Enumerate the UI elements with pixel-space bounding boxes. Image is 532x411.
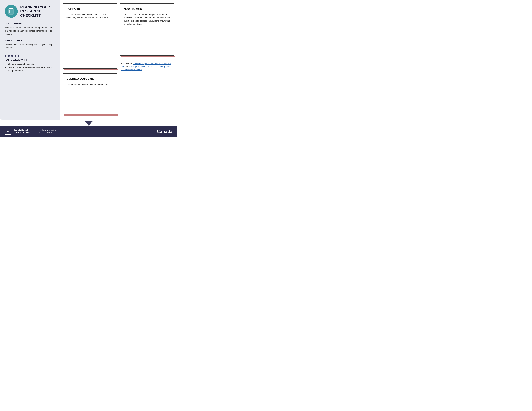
checklist-icon <box>5 5 18 18</box>
pairs-well-section: PAIRS WELL WITH Choice of research metho… <box>5 58 55 73</box>
title-line1: PLANNING YOUR <box>20 5 50 9</box>
checklist-svg <box>7 7 15 15</box>
how-to-use-text: As you develop your research plan, refer… <box>124 13 171 26</box>
how-to-use-card-shadow <box>121 56 175 57</box>
purpose-card: PURPOSE The checklist can be used to inc… <box>63 3 117 69</box>
right-area: PURPOSE The checklist can be used to inc… <box>60 0 177 120</box>
attribution-prefix: Adapted from <box>121 63 133 65</box>
pairs-list: Choice of research methods Best practice… <box>5 62 55 73</box>
desired-outcome-card: DESIRED OUTCOME The structured, well-org… <box>63 74 117 114</box>
attribution-mid: and <box>124 65 129 68</box>
footer-org-fr-line1: École de la fonction <box>39 129 56 131</box>
footer-org-en-line2: of Public Service <box>14 131 29 134</box>
pairs-item-2: Best practices for protecting participan… <box>8 65 55 73</box>
dot-1 <box>5 55 6 57</box>
footer-divider <box>34 128 34 135</box>
sidebar-header: PLANNING YOUR RESEARCH: CHECKLIST <box>5 5 55 18</box>
description-section: DESCRIPTION This job aid offers a checkl… <box>5 22 55 36</box>
desired-outcome-heading: DESIRED OUTCOME <box>66 77 113 81</box>
canada-wordmark: Canadä <box>157 129 172 134</box>
how-to-use-card-wrapper: HOW TO USE As you develop your research … <box>120 3 174 56</box>
footer-logo-box: ✦ <box>5 128 11 135</box>
purpose-heading: PURPOSE <box>66 7 113 10</box>
desired-outcome-card-wrapper: DESIRED OUTCOME The structured, well-org… <box>63 74 117 114</box>
when-to-use-section: WHEN TO USE Use this job aid at the plan… <box>5 39 55 49</box>
sidebar: PLANNING YOUR RESEARCH: CHECKLIST DESCRI… <box>0 0 60 120</box>
right-col: HOW TO USE As you develop your research … <box>120 3 174 116</box>
footer-org-en-line1: Canada School <box>14 129 29 131</box>
how-to-use-heading: HOW TO USE <box>124 7 171 10</box>
purpose-card-shadow <box>64 69 118 70</box>
dot-4 <box>15 55 16 57</box>
when-text: Use this job aid at the planning stage o… <box>5 43 55 49</box>
footer-org-fr: École de la fonction publique du Canada <box>39 129 56 134</box>
arrow-area <box>0 120 177 126</box>
main-content: PLANNING YOUR RESEARCH: CHECKLIST DESCRI… <box>0 0 177 120</box>
dot-2 <box>8 55 10 57</box>
title-line2: RESEARCH: <box>20 9 41 13</box>
pairs-heading: PAIRS WELL WITH <box>5 58 55 61</box>
middle-col: PURPOSE The checklist can be used to inc… <box>63 3 117 116</box>
description-text: This job aid offers a checklist made up … <box>5 26 55 36</box>
maple-leaf-icon: ✦ <box>6 129 9 133</box>
dot-5 <box>18 55 19 57</box>
purpose-text: The checklist can be used to include all… <box>66 13 113 19</box>
when-heading: WHEN TO USE <box>5 39 55 42</box>
how-to-use-card: HOW TO USE As you develop your research … <box>120 3 174 56</box>
footer-left: ✦ Canada School of Public Service École … <box>5 128 56 135</box>
title-line3: CHECKLIST <box>20 13 41 17</box>
pairs-item-1: Choice of research methods <box>8 62 55 65</box>
footer-org-fr-line2: publique du Canada <box>39 131 56 134</box>
desired-outcome-text: The structured, well-organised research … <box>66 83 113 86</box>
dots-divider <box>5 55 55 57</box>
footer-org-en: Canada School of Public Service <box>14 129 29 134</box>
desired-card-shadow <box>64 114 118 116</box>
arrow-down-icon <box>84 121 93 126</box>
purpose-card-wrapper: PURPOSE The checklist can be used to inc… <box>63 3 117 69</box>
footer: ✦ Canada School of Public Service École … <box>0 126 177 137</box>
dot-3 <box>11 55 13 57</box>
sidebar-title: PLANNING YOUR RESEARCH: CHECKLIST <box>20 5 50 17</box>
attribution-box: Adapted from Project Management for User… <box>120 61 174 116</box>
description-heading: DESCRIPTION <box>5 22 55 25</box>
